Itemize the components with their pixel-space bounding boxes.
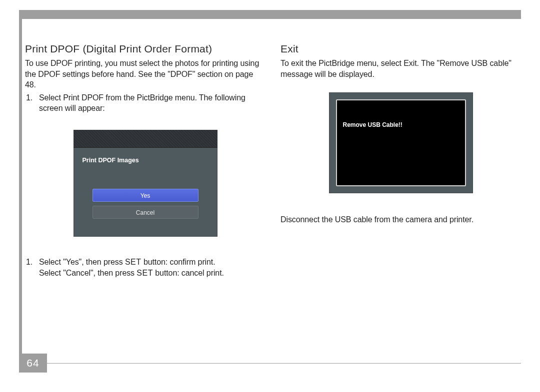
dialog-cancel-button: Cancel [92,206,198,219]
left-column: Print DPOF (Digital Print Order Format) … [22,43,266,280]
remove-usb-message: Remove USB Cable!! [343,121,402,128]
right-intro: To exit the PictBridge menu, select Exit… [280,58,521,79]
step-2: Select "Yes", then press SET button: con… [25,257,266,278]
dpof-dialog-screenshot: Print DPOF Images Yes Cancel [74,130,218,237]
right-below: Disconnect the USB cable from the camera… [280,214,521,225]
footer-rule [47,363,521,364]
step-1: Select Print DPOF from the PictBridge me… [25,92,266,114]
dialog-topbar [74,130,218,148]
set-label-2: SET [136,269,153,277]
left-heading: Print DPOF (Digital Print Order Format) [25,43,266,55]
step2-part-b: button: confirm print. [142,258,216,266]
right-column: Exit To exit the PictBridge menu, select… [278,43,521,280]
black-screen: Remove USB Cable!! [336,99,466,186]
remove-usb-screenshot: Remove USB Cable!! [329,92,473,193]
right-heading: Exit [280,43,521,55]
step2-part-a: Select "Yes", then press [39,258,125,266]
page-number: 64 [19,354,47,373]
step2-part-d: button: cancel print. [153,269,224,277]
step2-part-c: Select "Cancel", then press [39,269,136,277]
dialog-yes-button: Yes [92,189,198,202]
left-intro: To use DPOF printing, you must select th… [25,58,266,90]
dialog-title: Print DPOF Images [74,148,218,164]
content: Print DPOF (Digital Print Order Format) … [22,19,521,280]
page-frame: Print DPOF (Digital Print Order Format) … [19,10,521,373]
set-label-1: SET [125,258,142,266]
